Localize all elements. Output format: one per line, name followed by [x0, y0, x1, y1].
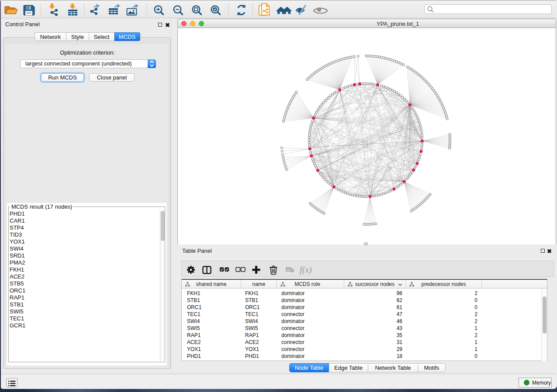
svg-text:f(x): f(x) — [300, 265, 312, 275]
